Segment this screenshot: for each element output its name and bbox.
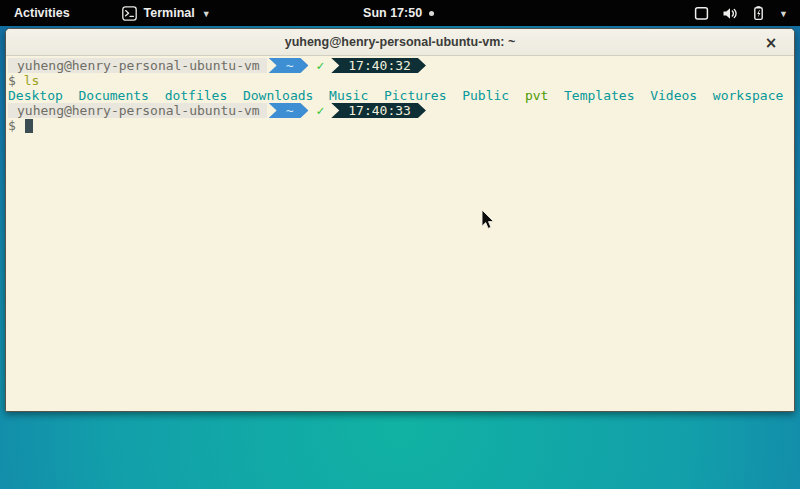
directory-entry: Public	[462, 88, 509, 103]
terminal-content[interactable]: yuheng@henry-personal-ubuntu-vm ~ ✓ 17:4…	[6, 56, 794, 412]
activities-label: Activities	[14, 6, 70, 20]
current-command-line: $	[6, 118, 794, 133]
terminal-titlebar[interactable]: yuheng@henry-personal-ubuntu-vm: ~ ×	[6, 29, 794, 56]
gnome-top-bar: Activities Terminal ▼ Sun 17:50	[0, 0, 800, 26]
terminal-window: yuheng@henry-personal-ubuntu-vm: ~ × yuh…	[5, 28, 795, 412]
clock-button[interactable]: Sun 17:50	[363, 0, 434, 26]
prompt-line: yuheng@henry-personal-ubuntu-vm ~ ✓ 17:4…	[6, 58, 794, 73]
prompt-time-segment: 17:40:32	[331, 58, 426, 73]
directory-entry: Templates	[564, 88, 634, 103]
ls-output-line: Desktop Documents dotfiles Downloads Mus…	[6, 88, 794, 103]
close-button[interactable]: ×	[758, 29, 784, 56]
exit-status-check-icon: ✓	[308, 58, 331, 73]
terminal-block-cursor	[25, 119, 34, 133]
directory-entry: pvt	[525, 88, 548, 103]
prompt-cwd-segment: ~	[269, 58, 309, 73]
prompt-user-segment: yuheng@henry-personal-ubuntu-vm	[8, 58, 267, 73]
command-line: $ ls	[6, 73, 794, 88]
desktop: Activities Terminal ▼ Sun 17:50	[0, 0, 800, 489]
clock-label: Sun 17:50	[363, 6, 422, 20]
battery-charging-icon	[751, 5, 766, 21]
system-status-area[interactable]: ▼	[684, 0, 800, 26]
directory-entry: Music	[329, 88, 368, 103]
activities-button[interactable]: Activities	[0, 0, 84, 26]
prompt-time-segment: 17:40:33	[331, 103, 426, 118]
mouse-pointer-icon	[481, 209, 495, 230]
directory-entry: Pictures	[384, 88, 447, 103]
volume-icon	[722, 6, 738, 21]
directory-entry: Videos	[650, 88, 697, 103]
app-menu-terminal[interactable]: Terminal ▼	[112, 0, 221, 26]
display-icon	[694, 6, 709, 21]
prompt-line: yuheng@henry-personal-ubuntu-vm ~ ✓ 17:4…	[6, 103, 794, 118]
app-menu-label: Terminal	[144, 6, 195, 20]
directory-entry: workspace	[713, 88, 783, 103]
chevron-down-icon: ▼	[779, 8, 788, 19]
prompt-symbol: $	[8, 73, 16, 88]
prompt-cwd-segment: ~	[269, 103, 309, 118]
command-text: ls	[24, 73, 40, 88]
exit-status-check-icon: ✓	[308, 103, 331, 118]
chevron-down-icon: ▼	[202, 8, 211, 19]
notification-dot	[429, 11, 434, 16]
prompt-user-segment: yuheng@henry-personal-ubuntu-vm	[8, 103, 267, 118]
terminal-icon	[122, 6, 137, 21]
directory-entry: Documents	[78, 88, 148, 103]
directory-entry: dotfiles	[165, 88, 228, 103]
directory-entry: Downloads	[243, 88, 313, 103]
window-title: yuheng@henry-personal-ubuntu-vm: ~	[285, 35, 516, 49]
prompt-symbol: $	[8, 118, 16, 133]
directory-entry: Desktop	[8, 88, 63, 103]
